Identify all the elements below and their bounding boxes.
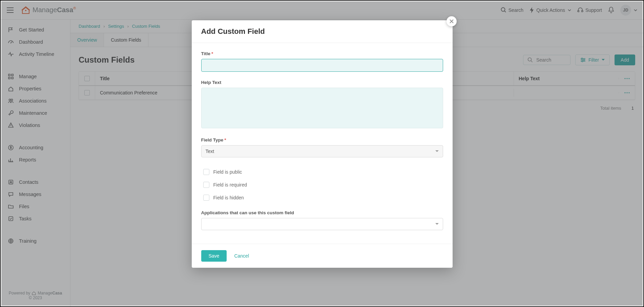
checkbox-label: Field is required (213, 182, 247, 188)
modal-title: Add Custom Field (201, 27, 443, 36)
title-input[interactable] (201, 59, 443, 72)
save-button[interactable]: Save (201, 250, 227, 262)
checkbox[interactable] (203, 182, 209, 188)
field-type-value: Text (206, 149, 214, 154)
applications-label: Applications that can use this custom fi… (201, 210, 443, 215)
applications-select[interactable] (201, 218, 443, 230)
field-public-checkbox-row[interactable]: Field is public (201, 166, 443, 178)
close-icon (449, 19, 454, 24)
add-custom-field-modal: Add Custom Field Title* Help Text Field … (192, 20, 453, 268)
checkbox-label: Field is public (213, 169, 242, 175)
field-required-checkbox-row[interactable]: Field is required (201, 178, 443, 191)
checkbox[interactable] (203, 195, 209, 201)
caret-down-icon (435, 223, 439, 225)
help-text-label: Help Text (201, 80, 443, 85)
close-button[interactable] (446, 16, 457, 26)
field-hidden-checkbox-row[interactable]: Field is hidden (201, 191, 443, 204)
cancel-button[interactable]: Cancel (234, 253, 249, 259)
checkbox[interactable] (203, 169, 209, 175)
help-text-input[interactable] (201, 88, 443, 128)
title-label: Title* (201, 51, 443, 56)
field-type-select[interactable]: Text (201, 145, 443, 157)
caret-down-icon (435, 150, 439, 152)
checkbox-label: Field is hidden (213, 195, 244, 200)
field-type-label: Field Type* (201, 137, 443, 142)
